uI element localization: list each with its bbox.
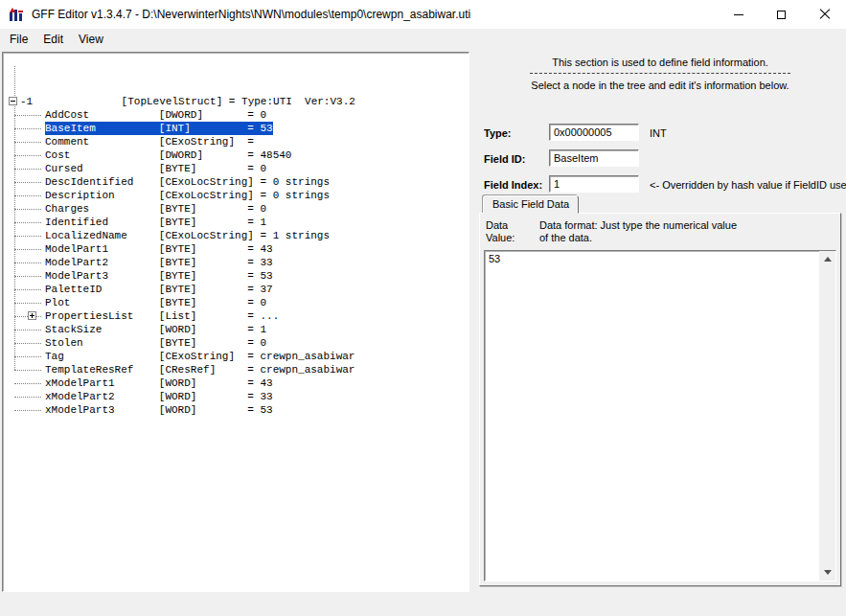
- minimize-button[interactable]: [717, 0, 760, 29]
- field-data-editor[interactable]: 53: [484, 250, 836, 582]
- tree-node-label: Identified [BYTE] = 1: [45, 216, 266, 229]
- tree-node-modelpart3[interactable]: ModelPart3 [BYTE] = 53: [5, 269, 467, 283]
- tree-node-charges[interactable]: Charges [BYTE] = 0: [5, 202, 467, 216]
- tree-node-label: Plot [BYTE] = 0: [45, 296, 266, 309]
- type-input[interactable]: [549, 124, 639, 141]
- menu-bar: FileEditView: [0, 29, 846, 50]
- tree-branch-line: [14, 169, 41, 170]
- tree-node-modelpart2[interactable]: ModelPart2 [BYTE] = 33: [5, 256, 467, 269]
- tree-node-label: DescIdentified [CExoLocString] = 0 strin…: [45, 175, 330, 189]
- tree-node-label: xModelPart1 [WORD] = 43: [45, 376, 273, 390]
- up-arrow-icon: [824, 257, 832, 262]
- tab-basic-field-data[interactable]: Basic Field Data: [483, 195, 579, 214]
- tree-branch-line: [14, 222, 41, 223]
- close-button[interactable]: [803, 0, 846, 29]
- tree-node-label: TemplateResRef [CResRef] = crewpn_asabiw…: [45, 363, 354, 376]
- field-id-label: Field ID:: [484, 153, 525, 165]
- type-row: Type: INT: [484, 124, 842, 143]
- tree-branch-line: [14, 383, 41, 384]
- content-area: -1 [TopLevelStruct] = Type:UTI Ver:V3.2A…: [0, 50, 846, 616]
- tree-node-xmodelpart3[interactable]: xModelPart3 [WORD] = 53: [5, 403, 467, 417]
- tree-branch-line: [14, 249, 41, 250]
- tree-node-label: ModelPart1 [BYTE] = 43: [45, 242, 273, 256]
- tree-node-templateresref[interactable]: TemplateResRef [CResRef] = crewpn_asabiw…: [5, 363, 467, 376]
- tree-node-xmodelpart2[interactable]: xModelPart2 [WORD] = 33: [5, 390, 467, 403]
- tree-node-label: xModelPart2 [WORD] = 33: [45, 390, 273, 403]
- tree-node-stacksize[interactable]: StackSize [WORD] = 1: [5, 323, 467, 336]
- tree-node-cursed[interactable]: Cursed [BYTE] = 0: [5, 162, 467, 175]
- gff-tree-view[interactable]: -1 [TopLevelStruct] = Type:UTI Ver:V3.2A…: [2, 52, 469, 592]
- tree-node-paletteid[interactable]: PaletteID [BYTE] = 37: [5, 283, 467, 296]
- down-arrow-icon: [824, 570, 832, 575]
- field-index-label: Field Index:: [484, 179, 542, 191]
- data-value-label: Data Value:: [486, 219, 514, 244]
- tree-node-descidentified[interactable]: DescIdentified [CExoLocString] = 0 strin…: [5, 175, 467, 189]
- tree-branch-line: [14, 330, 41, 331]
- tree-node-addcost[interactable]: AddCost [DWORD] = 0: [5, 108, 467, 122]
- minus-box-icon[interactable]: [9, 97, 17, 105]
- menu-item-edit[interactable]: Edit: [35, 31, 71, 48]
- tree-node-comment[interactable]: Comment [CExoString] =: [5, 135, 467, 148]
- tree-branch-line: [14, 128, 41, 129]
- tree-branch-line: [14, 356, 41, 357]
- tree-node-label: Charges [BYTE] = 0: [45, 202, 266, 216]
- field-id-input[interactable]: [549, 149, 639, 167]
- app-icon: [9, 7, 24, 22]
- tree-node-label: xModelPart3 [WORD] = 53: [45, 403, 273, 417]
- tree-node-xmodelpart1[interactable]: xModelPart1 [WORD] = 43: [5, 376, 467, 390]
- tree-node-baseitem[interactable]: BaseItem [INT] = 53: [5, 122, 467, 135]
- vertical-scrollbar[interactable]: [819, 251, 835, 581]
- field-id-row: Field ID:: [484, 149, 842, 169]
- section-description: This section is used to define field inf…: [476, 57, 844, 68]
- tree-node-modelpart1[interactable]: ModelPart1 [BYTE] = 43: [5, 242, 467, 256]
- tree-node-1[interactable]: -1 [TopLevelStruct] = Type:UTI Ver:V3.2: [5, 95, 467, 108]
- tree-branch-line: [14, 343, 41, 344]
- section-hint: Select a node in the tree and edit it's …: [476, 80, 844, 91]
- tree-node-label: BaseItem [INT] = 53: [45, 122, 273, 135]
- dashed-separator: [530, 73, 790, 74]
- scroll-down-button[interactable]: [819, 564, 835, 581]
- tree-rows: -1 [TopLevelStruct] = Type:UTI Ver:V3.2A…: [5, 55, 467, 589]
- menu-item-file[interactable]: File: [2, 31, 35, 48]
- maximize-button[interactable]: [760, 0, 803, 29]
- tree-branch-line: [14, 370, 41, 371]
- tree-branch-line: [14, 303, 41, 304]
- tree-node-description[interactable]: Description [CExoLocString] = 0 strings: [5, 189, 467, 202]
- field-data-value[interactable]: 53: [487, 252, 817, 580]
- tree-node-label: Tag [CExoString] = crewpn_asabiwar: [45, 350, 354, 363]
- tree-node-cost[interactable]: Cost [DWORD] = 48540: [5, 148, 467, 162]
- data-label-line1: Data: [486, 219, 508, 231]
- scrollbar-track[interactable]: [819, 267, 835, 564]
- tree-node-stolen[interactable]: Stolen [BYTE] = 0: [5, 336, 467, 350]
- tree-node-plot[interactable]: Plot [BYTE] = 0: [5, 296, 467, 309]
- tree-node-identified[interactable]: Identified [BYTE] = 1: [5, 216, 467, 229]
- plus-box-icon[interactable]: [28, 311, 36, 320]
- close-icon: [819, 9, 831, 20]
- tree-node-tag[interactable]: Tag [CExoString] = crewpn_asabiwar: [5, 350, 467, 363]
- tree-node-label: Comment [CExoString] =: [45, 135, 254, 148]
- tree-branch-line: [14, 289, 41, 290]
- menu-item-view[interactable]: View: [71, 31, 111, 48]
- tree-node-label: Cost [DWORD] = 48540: [45, 148, 291, 162]
- tree-branch-line: [14, 236, 41, 237]
- basic-field-data-panel: Data Value: Data format: Just type the n…: [479, 213, 841, 586]
- data-format-hint: Data format: Just type the numerical val…: [539, 219, 739, 244]
- tree-node-label: ModelPart2 [BYTE] = 33: [45, 256, 273, 269]
- tree-node-propertieslist[interactable]: PropertiesList [List] = ...: [5, 309, 467, 323]
- tree-branch-line: [14, 397, 41, 398]
- scroll-up-button[interactable]: [819, 251, 835, 267]
- field-index-row: Field Index: <- Overridden by hash value…: [484, 175, 842, 194]
- tree-branch-line: [14, 115, 41, 116]
- tree-node-label: Stolen [BYTE] = 0: [45, 336, 266, 350]
- tree-node-localizedname[interactable]: LocalizedName [CExoLocString] = 1 string…: [5, 229, 467, 242]
- tree-branch-line: [14, 142, 41, 143]
- tree-node-label: PropertiesList [List] = ...: [45, 309, 279, 323]
- maximize-icon: [777, 11, 786, 19]
- field-index-input[interactable]: [549, 175, 639, 193]
- tree-node-label: AddCost [DWORD] = 0: [45, 108, 266, 122]
- tree-node-label: ModelPart3 [BYTE] = 53: [45, 269, 273, 283]
- tree-branch-line: [14, 195, 41, 196]
- field-info-panel: This section is used to define field inf…: [476, 52, 844, 592]
- title-bar[interactable]: GFF Editor v1.3.4.7 - D:\NeverwinterNigh…: [0, 0, 846, 29]
- type-label: Type:: [484, 127, 512, 139]
